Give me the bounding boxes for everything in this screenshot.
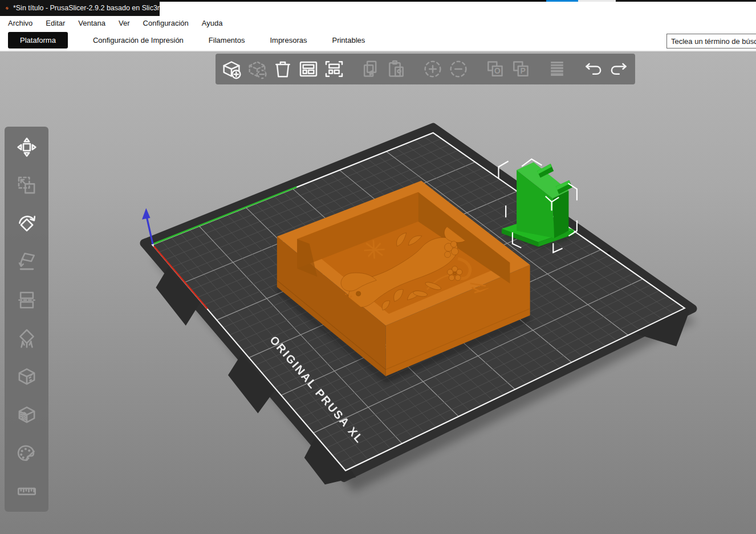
move-button[interactable] [14,135,40,160]
add-instance-button[interactable] [421,56,444,82]
undo-button[interactable] [582,56,605,82]
paint-supports-button[interactable] [14,326,40,351]
titlebar-strip-dark [616,0,756,2]
cut-button[interactable] [14,288,40,313]
paste-button[interactable] [385,56,408,82]
tab-filamentos[interactable]: Filamentos [209,36,245,44]
delete-object-button[interactable] [246,56,269,82]
add-object-button[interactable] [220,56,243,82]
split-to-parts-button[interactable]: P [509,56,532,82]
rotate-button[interactable] [14,211,40,236]
svg-text:O: O [494,66,500,75]
arrange-button[interactable] [297,56,320,82]
menu-editar[interactable]: Editar [46,19,65,27]
window-title: *Sin título - PrusaSlicer-2.9.2 basado e… [13,4,160,12]
menu-configuracion[interactable]: Configuración [143,19,189,27]
delete-all-button[interactable] [271,56,295,82]
split-to-objects-button[interactable]: O [483,56,506,82]
copy-button[interactable] [359,56,383,82]
tab-configuracion-impresion[interactable]: Configuración de Impresión [93,36,184,44]
left-toolbar [5,127,48,512]
redo-button[interactable] [607,56,631,82]
measure-button[interactable] [14,479,40,504]
menu-ver[interactable]: Ver [119,19,130,27]
search-input[interactable] [666,34,756,48]
tab-impresoras[interactable]: Impresoras [270,36,307,44]
fuzzy-skin-button[interactable] [14,402,40,427]
place-on-face-button[interactable] [14,249,40,274]
seam-painting-button[interactable] [14,364,40,389]
relief-hoof [356,292,361,296]
titlebar-strip-light [578,0,616,2]
tab-bar: Plataforma Configuración de Impresión Fi… [0,30,756,51]
svg-text:P: P [520,66,525,75]
scale-button[interactable] [14,173,40,198]
menu-ayuda[interactable]: Ayuda [202,19,223,27]
title-bar: *Sin título - PrusaSlicer-2.9.2 basado e… [0,0,756,16]
axis-z-arrowhead [142,208,150,220]
variable-layer-height-button[interactable] [545,56,568,82]
viewport-3d[interactable]: ORIGINAL PRUSA XL [0,51,756,534]
window-title-area: *Sin título - PrusaSlicer-2.9.2 basado e… [0,0,160,16]
menu-bar: Archivo Editar Ventana Ver Configuración… [0,16,756,30]
tab-printables[interactable]: Printables [332,36,365,44]
prusa-logo-icon [6,4,9,13]
menu-archivo[interactable]: Archivo [8,19,32,27]
clip-right-face [552,191,568,238]
menu-ventana[interactable]: Ventana [78,19,105,27]
remove-instance-button[interactable] [446,56,470,82]
scene-canvas[interactable]: ORIGINAL PRUSA XL [0,51,756,534]
titlebar-strip-blue [546,0,578,2]
top-toolbar: O P [216,54,635,84]
tab-plataforma[interactable]: Plataforma [8,32,68,48]
multimaterial-painting-button[interactable] [14,440,40,466]
arrange-selection-button[interactable] [323,56,346,82]
